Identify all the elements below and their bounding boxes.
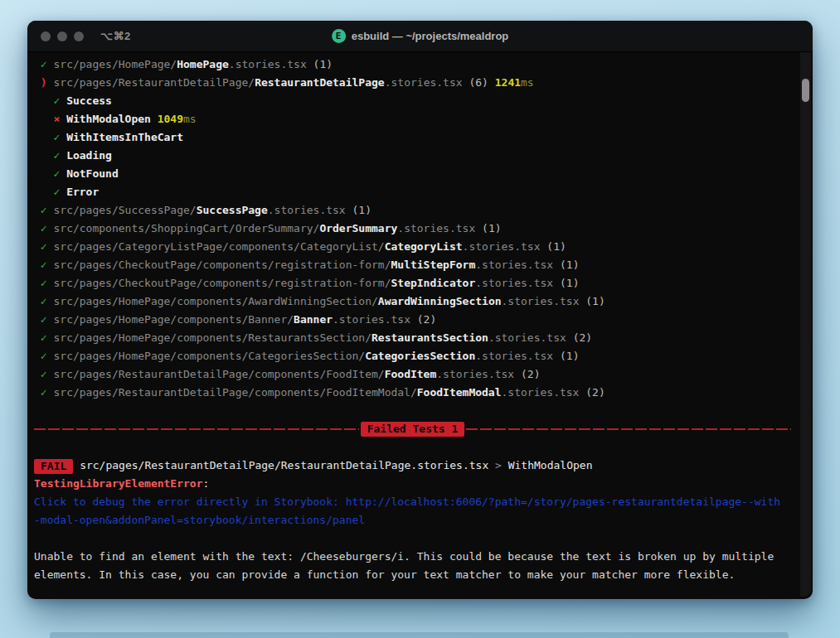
suite-suffix: .stories.tsx: [475, 350, 553, 362]
suite-filename: OrderSummary: [319, 222, 397, 234]
tab-shortcut-label: ⌥⌘2: [100, 30, 131, 42]
test-count: (6): [469, 76, 488, 89]
duration-unit: ms: [183, 113, 197, 125]
suite-dir: src/pages/HomePage/components/Banner/: [53, 313, 294, 326]
suite-filename: StepIndicator: [391, 277, 475, 289]
suite-row: ✓ src/pages/HomePage/components/Restaura…: [34, 329, 791, 347]
error-name-row: TestingLibraryElementError:: [34, 475, 791, 493]
storybook-debug-link-line-1: Click to debug the error directly in Sto…: [34, 493, 791, 511]
pass-icon: ✓: [53, 149, 60, 162]
suite-row: ✓ src/pages/SuccessPage/SuccessPage.stor…: [34, 201, 791, 220]
close-window-button[interactable]: [41, 31, 51, 41]
suite-suffix: .stories.tsx: [385, 76, 463, 89]
failed-suite-row: ) src/pages/RestaurantDetailPage/Restaur…: [34, 74, 791, 92]
separator-dash-left: [34, 428, 359, 430]
blank-line: [34, 438, 791, 457]
esbuild-icon-letter: E: [336, 31, 342, 41]
error-message-line-2: elements. In this case, you can provide …: [34, 566, 791, 584]
pass-icon: ✓: [41, 58, 47, 70]
window-title-group: E esbuild — ~/projects/mealdrop: [332, 21, 509, 51]
suite-row: ✓ src/components/ShoppingCart/OrderSumma…: [34, 220, 791, 238]
suite-suffix: .stories.tsx: [475, 259, 553, 271]
scrollbar-thumb[interactable]: [802, 79, 809, 102]
pass-icon: ✓: [41, 386, 47, 399]
pass-icon: ✓: [53, 94, 60, 107]
failed-suite-path: src/pages/RestaurantDetailPage/Restauran…: [80, 459, 488, 471]
pass-icon: ✓: [41, 259, 47, 271]
suite-suffix: .stories.tsx: [488, 331, 566, 344]
error-message-line-1: Unable to find an element with the text:…: [34, 548, 791, 566]
storybook-debug-link-line-2: -modal-open&addonPanel=storybook/interac…: [34, 511, 791, 529]
pass-icon: ✓: [53, 186, 60, 198]
suite-dir: src/pages/HomePage/components/AwardWinni…: [53, 295, 377, 307]
suite-row: ✓ src/pages/CheckoutPage/components/regi…: [34, 274, 791, 292]
suite-suffix: .stories.tsx: [268, 204, 346, 216]
suite-row: ✓ src/pages/HomePage/components/Categori…: [34, 347, 791, 365]
pass-icon: ✓: [41, 313, 47, 326]
storybook-debug-link[interactable]: Click to debug the error directly in Sto…: [34, 495, 780, 508]
suite-filename: FoodItem: [385, 368, 437, 380]
pass-icon: ✓: [41, 368, 47, 380]
traffic-lights: [27, 31, 84, 41]
scrollbar-track[interactable]: [800, 52, 811, 597]
suite-row: ✓ src/pages/HomePage/components/Banner/B…: [34, 311, 791, 329]
suite-dir: src/pages/RestaurantDetailPage/component…: [53, 368, 384, 380]
minimize-window-button[interactable]: [57, 31, 67, 41]
suite-dir: src/pages/RestaurantDetailPage/: [53, 76, 255, 89]
test-count: (1): [482, 222, 501, 234]
failed-test-header-row: FAIL src/pages/RestaurantDetailPage/Rest…: [34, 457, 791, 475]
suite-row: ✓ src/pages/HomePage/HomePage.stories.ts…: [34, 56, 791, 74]
suite-dir: src/pages/HomePage/components/Restaurant…: [53, 331, 371, 344]
error-message-text: elements. In this case, you can provide …: [34, 568, 735, 581]
suite-suffix: .stories.tsx: [502, 386, 580, 399]
test-case-name: WithItemsInTheCart: [66, 131, 183, 143]
failed-tests-badge: Failed Tests 1: [361, 422, 465, 437]
suite-filename: CategoriesSection: [365, 350, 475, 362]
suite-filename: SuccessPage: [197, 204, 268, 216]
suite-row: ✓ src/pages/RestaurantDetailPage/compone…: [34, 365, 791, 384]
pass-icon: ✓: [41, 350, 47, 362]
failed-test-name: WithModalOpen: [508, 459, 593, 471]
pass-icon: ✓: [53, 131, 60, 143]
suite-suffix: .stories.tsx: [397, 222, 475, 234]
suite-filename: CategoryList: [385, 240, 463, 253]
pass-icon: ✓: [41, 295, 47, 307]
blank-line: [34, 529, 791, 548]
test-case-row: ✓ WithItemsInTheCart: [34, 128, 791, 147]
duration-value: 1049: [158, 113, 183, 125]
fail-badge: FAIL: [34, 459, 73, 474]
suite-suffix: .stories.tsx: [475, 277, 553, 289]
blank-line: [34, 402, 791, 420]
suite-dir: src/pages/CheckoutPage/components/regist…: [53, 277, 391, 289]
suite-filename: AwardWinningSection: [378, 295, 502, 307]
test-case-name: NotFound: [66, 167, 119, 180]
suite-filename: HomePage: [177, 58, 229, 70]
test-count: (2): [573, 331, 592, 344]
zoom-window-button[interactable]: [74, 31, 84, 41]
test-count: (2): [585, 386, 605, 399]
test-case-row: ✓ Loading: [34, 147, 791, 165]
test-case-row: ✓ Success: [34, 92, 791, 110]
suite-dir: src/components/ShoppingCart/OrderSummary…: [53, 222, 319, 234]
suite-suffix: .stories.tsx: [502, 295, 580, 307]
separator-dash-right: [466, 428, 791, 430]
test-count: (1): [560, 277, 579, 289]
titlebar[interactable]: ⌥⌘2 E esbuild — ~/projects/mealdrop: [27, 21, 813, 52]
dock-edge-hint: [50, 632, 789, 638]
suite-filename: FoodItemModal: [417, 386, 502, 399]
suite-dir: src/pages/CheckoutPage/components/regist…: [53, 259, 391, 271]
error-name: TestingLibraryElementError: [34, 477, 203, 490]
failed-tests-separator: Failed Tests 1: [34, 420, 791, 438]
storybook-debug-link[interactable]: -modal-open&addonPanel=storybook/interac…: [34, 514, 365, 526]
failed-suite-pointer-icon: ): [41, 76, 47, 89]
test-count: (1): [352, 204, 371, 216]
terminal-window: ⌥⌘2 E esbuild — ~/projects/mealdrop ✓ sr…: [27, 21, 813, 599]
pass-icon: ✓: [41, 222, 47, 234]
pass-icon: ✓: [41, 277, 47, 289]
suite-filename: RestaurantsSection: [371, 331, 488, 344]
duration-value: 1241: [495, 76, 521, 89]
suite-dir: src/pages/SuccessPage/: [53, 204, 196, 216]
suite-suffix: .stories.tsx: [463, 240, 541, 253]
suite-dir: src/pages/HomePage/: [53, 58, 177, 70]
suite-suffix: .stories.tsx: [436, 368, 514, 380]
